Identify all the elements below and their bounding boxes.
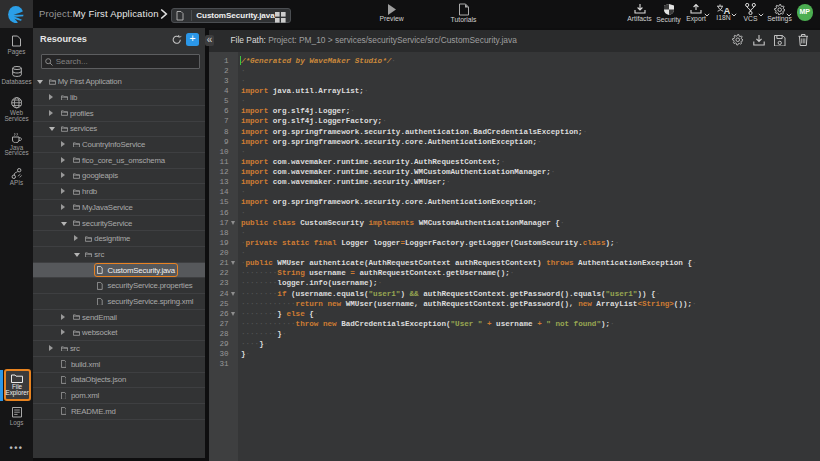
svg-text:A: A <box>723 5 730 15</box>
